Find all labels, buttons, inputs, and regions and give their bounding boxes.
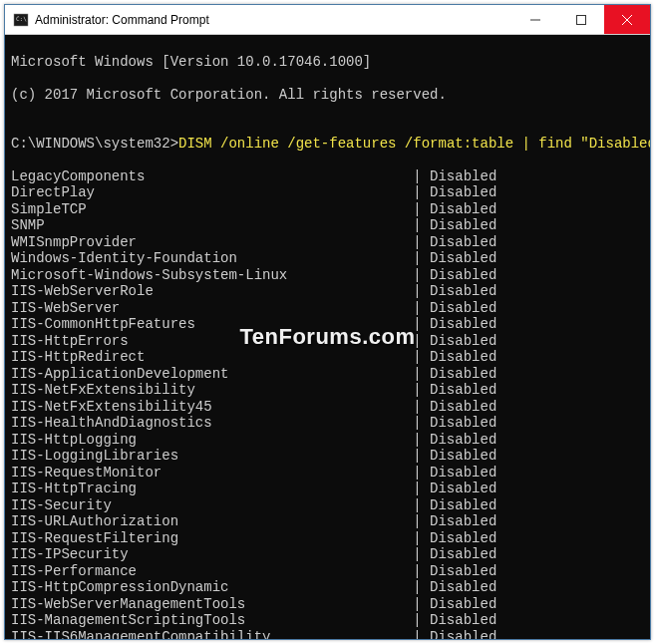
cmd-icon: C:\ xyxy=(13,12,29,28)
table-row: IIS-HealthAndDiagnostics | Disabled xyxy=(11,415,644,432)
table-row: IIS-IIS6ManagementCompatibility | Disabl… xyxy=(11,629,644,640)
close-icon xyxy=(622,15,632,25)
window-controls xyxy=(512,5,650,34)
table-row: IIS-ApplicationDevelopment | Disabled xyxy=(11,366,644,383)
svg-text:C:\: C:\ xyxy=(16,15,27,22)
table-row: IIS-RequestFiltering | Disabled xyxy=(11,530,644,547)
minimize-icon xyxy=(530,15,540,25)
table-row: IIS-NetFxExtensibility45 | Disabled xyxy=(11,399,644,416)
table-row: Microsoft-Windows-Subsystem-Linux | Disa… xyxy=(11,267,644,284)
copyright-line: (c) 2017 Microsoft Corporation. All righ… xyxy=(11,87,644,104)
table-row: IIS-HttpCompressionDynamic | Disabled xyxy=(11,579,644,596)
table-row: Windows-Identity-Foundation | Disabled xyxy=(11,250,644,267)
table-row: IIS-RequestMonitor | Disabled xyxy=(11,465,644,482)
table-row: IIS-WebServerManagementTools | Disabled xyxy=(11,596,644,613)
table-row: IIS-WebServer | Disabled xyxy=(11,300,644,317)
table-row: SNMP | Disabled xyxy=(11,217,644,234)
titlebar[interactable]: C:\ Administrator: Command Prompt xyxy=(5,5,650,35)
table-row: LegacyComponents | Disabled xyxy=(11,168,644,185)
svg-rect-3 xyxy=(577,15,586,24)
prompt-line: C:\WINDOWS\system32>DISM /online /get-fe… xyxy=(11,136,644,153)
table-row: IIS-WebServerRole | Disabled xyxy=(11,283,644,300)
table-row: IIS-HttpLogging | Disabled xyxy=(11,432,644,449)
table-row: IIS-Performance | Disabled xyxy=(11,563,644,580)
maximize-button[interactable] xyxy=(558,5,604,34)
table-row: IIS-Security | Disabled xyxy=(11,497,644,514)
table-row: IIS-URLAuthorization | Disabled xyxy=(11,513,644,530)
table-row: IIS-ManagementScriptingTools | Disabled xyxy=(11,612,644,629)
table-row: IIS-IPSecurity | Disabled xyxy=(11,546,644,563)
maximize-icon xyxy=(576,15,586,25)
prompt-command: DISM /online /get-features /format:table… xyxy=(178,136,650,152)
minimize-button[interactable] xyxy=(512,5,558,34)
version-line: Microsoft Windows [Version 10.0.17046.10… xyxy=(11,54,644,71)
table-row: WMISnmpProvider | Disabled xyxy=(11,234,644,251)
table-row: SimpleTCP | Disabled xyxy=(11,201,644,218)
close-button[interactable] xyxy=(604,5,650,34)
table-row: IIS-HttpRedirect | Disabled xyxy=(11,349,644,366)
window-title: Administrator: Command Prompt xyxy=(35,13,512,27)
feature-table: LegacyComponents | DisabledDirectPlay | … xyxy=(11,168,644,640)
table-row: IIS-LoggingLibraries | Disabled xyxy=(11,448,644,465)
prompt-path: C:\WINDOWS\system32> xyxy=(11,136,178,152)
console-area[interactable]: Microsoft Windows [Version 10.0.17046.10… xyxy=(5,35,650,639)
table-row: IIS-CommonHttpFeatures | Disabled xyxy=(11,316,644,333)
table-row: DirectPlay | Disabled xyxy=(11,184,644,201)
table-row: IIS-HttpTracing | Disabled xyxy=(11,481,644,497)
table-row: IIS-HttpErrors | Disabled xyxy=(11,333,644,350)
table-row: IIS-NetFxExtensibility | Disabled xyxy=(11,382,644,399)
command-prompt-window: C:\ Administrator: Command Prompt xyxy=(4,4,651,640)
